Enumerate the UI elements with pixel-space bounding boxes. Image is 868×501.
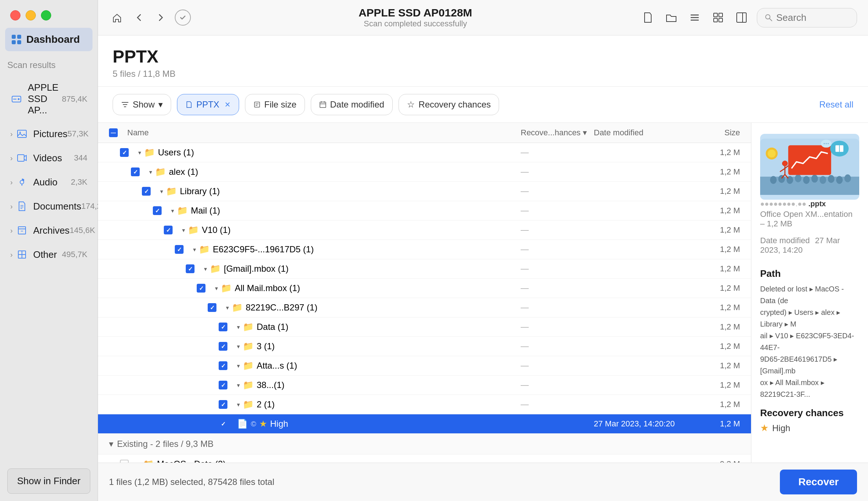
header-checkbox-area	[109, 128, 127, 137]
chevron-right-icon: ›	[10, 130, 13, 138]
row-name-text: 38...(1)	[257, 380, 284, 390]
svg-rect-17	[22, 255, 26, 258]
reset-all-button[interactable]: Reset all	[819, 99, 853, 110]
chevron-down-icon: ▾	[226, 304, 229, 311]
sidebar-item-archives[interactable]: › Archives 145,6K	[3, 219, 95, 242]
sidebar-item-count: 344	[74, 153, 87, 163]
file-preview	[760, 134, 859, 200]
chevron-down-icon: ▾	[160, 188, 163, 195]
table-row[interactable]: ▾ 📁 2 (1) — 1,2 M	[98, 395, 751, 414]
sidebar-item-count: 145,6K	[69, 226, 95, 235]
traffic-lights	[0, 0, 98, 28]
show-chevron-icon: ▾	[158, 99, 163, 110]
svg-point-45	[795, 174, 801, 182]
col-size-header: Size	[696, 128, 740, 138]
recovery-chances-filter-button[interactable]: ☆ Recovery chances	[399, 94, 499, 115]
table-row[interactable]: ▾ 📁 Library (1) — 1,2 M	[98, 182, 751, 201]
sidebar-item-other[interactable]: › Other 495,7K	[3, 243, 95, 266]
show-filter-button[interactable]: Show ▾	[113, 94, 171, 115]
svg-point-4	[19, 132, 21, 133]
table-row[interactable]: ▾ 📁 38...(1) — 1,2 M	[98, 376, 751, 395]
sidebar: Dashboard Scan results APPLE SSD AP... 8…	[0, 0, 98, 501]
table-row[interactable]: ▾ 📁 E623C9F5-...19617D5 (1) — 1,2 M	[98, 240, 751, 259]
device-title: APPLE SSD AP0128M	[198, 7, 633, 19]
recovery-star-icon: ☆	[407, 99, 415, 110]
sidebar-item-documents[interactable]: › Documents 174,2K	[3, 195, 95, 218]
svg-rect-23	[714, 18, 717, 22]
titlebar: APPLE SSD AP0128M Scan completed success…	[98, 0, 868, 35]
folder-icon[interactable]	[663, 10, 679, 26]
folder-icon: 📁	[243, 322, 254, 332]
show-in-finder-button[interactable]: Show in Finder	[7, 468, 90, 494]
svg-rect-5	[18, 155, 24, 161]
pptx-filter-button[interactable]: PPTX ✕	[177, 94, 239, 115]
table-row[interactable]: › 📁 MacOS - Data (2) — 9,3 M	[98, 455, 751, 463]
file-area: Name Recove...hances ▾ Date modified Siz…	[98, 123, 868, 463]
grid-view-icon[interactable]	[710, 10, 726, 26]
search-box[interactable]	[757, 8, 857, 27]
date-label: Date modified	[760, 236, 810, 245]
back-button[interactable]	[131, 10, 147, 26]
table-row[interactable]: ▾ 📁 82219C...B297 (1) — 1,2 M	[98, 298, 751, 317]
select-all-checkbox[interactable]	[109, 128, 118, 137]
maximize-button[interactable]	[41, 10, 51, 20]
sidebar-item-pictures[interactable]: › Pictures 57,3K	[3, 123, 95, 145]
svg-rect-14	[18, 251, 22, 255]
table-row[interactable]: ▾ 📁 Mail (1) — 1,2 M	[98, 201, 751, 221]
folder-icon: 📁	[243, 380, 254, 390]
chevron-down-icon: ▾	[138, 149, 141, 156]
new-file-icon[interactable]	[640, 10, 656, 26]
main-content: APPLE SSD AP0128M Scan completed success…	[98, 0, 868, 501]
row-name-text: Mail (1)	[191, 206, 220, 216]
chevron-right-icon: ›	[10, 202, 13, 211]
show-filter-label: Show	[133, 99, 155, 110]
list-view-icon[interactable]	[687, 10, 703, 26]
scan-subtitle: Scan completed successfully	[198, 19, 633, 29]
content-area: PPTX 5 files / 11,8 MB Show ▾ PPTX ✕ Fil…	[98, 35, 868, 501]
svg-point-48	[820, 176, 826, 184]
titlebar-title-area: APPLE SSD AP0128M Scan completed success…	[198, 7, 633, 29]
recovery-high-text: High	[772, 423, 790, 433]
filter-bar: Show ▾ PPTX ✕ File size Date modified ☆ …	[98, 87, 868, 123]
chevron-down-icon: ▾	[237, 401, 240, 408]
chevron-down-icon: ▾	[109, 439, 113, 449]
row-name-text: 82219C...B297 (1)	[246, 302, 317, 313]
sidebar-item-label: Other	[33, 249, 62, 260]
table-row[interactable]: ▾ 📁 3 (1) — 1,2 M	[98, 337, 751, 356]
right-panel: ●●●●●●●●.●● .pptx Office Open XM...entat…	[751, 123, 868, 463]
chevron-down-icon: ▾	[171, 207, 174, 214]
dashboard-label: Dashboard	[26, 34, 80, 45]
table-row[interactable]: ▾ 📁 Data (1) — 1,2 M	[98, 317, 751, 337]
home-button[interactable]	[109, 10, 125, 26]
selected-file-row[interactable]: 📄 © ★ High 27 Mar 2023, 14:20:20 1,2 M	[98, 414, 751, 434]
dashboard-button[interactable]: Dashboard	[5, 28, 93, 51]
panel-toggle-icon[interactable]	[733, 10, 750, 26]
sidebar-item-videos[interactable]: › Videos 344	[3, 147, 95, 169]
chevron-down-icon: ▾	[237, 382, 240, 389]
date-modified-filter-button[interactable]: Date modified	[311, 94, 393, 115]
table-row[interactable]: ▾ 📁 [Gmail].mbox (1) — 1,2 M	[98, 259, 751, 279]
row-name-text: Atta...s (1)	[257, 361, 297, 371]
chevron-down-icon: ▾	[215, 285, 218, 292]
table-row[interactable]: ▾ 📁 alex (1) — 1,2 M	[98, 162, 751, 182]
sidebar-item-audio[interactable]: › Audio 2,3K	[3, 171, 95, 193]
file-size-icon	[253, 101, 261, 108]
forward-button[interactable]	[153, 10, 169, 26]
close-button[interactable]	[10, 10, 20, 20]
audio-icon	[16, 176, 28, 188]
pptx-filter-close-icon[interactable]: ✕	[224, 100, 231, 109]
recover-button[interactable]: Recover	[780, 470, 857, 494]
sidebar-item-count: 2,3K	[71, 177, 87, 187]
row-name-text: E623C9F5-...19617D5 (1)	[213, 244, 314, 255]
search-input[interactable]	[776, 12, 849, 23]
file-size-label: File size	[264, 99, 297, 110]
table-row[interactable]: ▾ 📁 Atta...s (1) — 1,2 M	[98, 356, 751, 376]
path-text: Deleted or lost ▸ MacOS - Data (de crypt…	[760, 283, 859, 400]
sidebar-item-count: 57,3K	[68, 129, 89, 139]
sidebar-item-apple-ssd[interactable]: APPLE SSD AP... 875,4K	[3, 77, 95, 121]
table-row[interactable]: ▾ 📁 Users (1) — 1,2 M	[98, 143, 751, 162]
table-row[interactable]: ▾ 📁 All Mail.mbox (1) — 1,2 M	[98, 279, 751, 298]
minimize-button[interactable]	[26, 10, 36, 20]
file-size-filter-button[interactable]: File size	[245, 94, 305, 115]
table-row[interactable]: ▾ 📁 V10 (1) — 1,2 M	[98, 221, 751, 240]
